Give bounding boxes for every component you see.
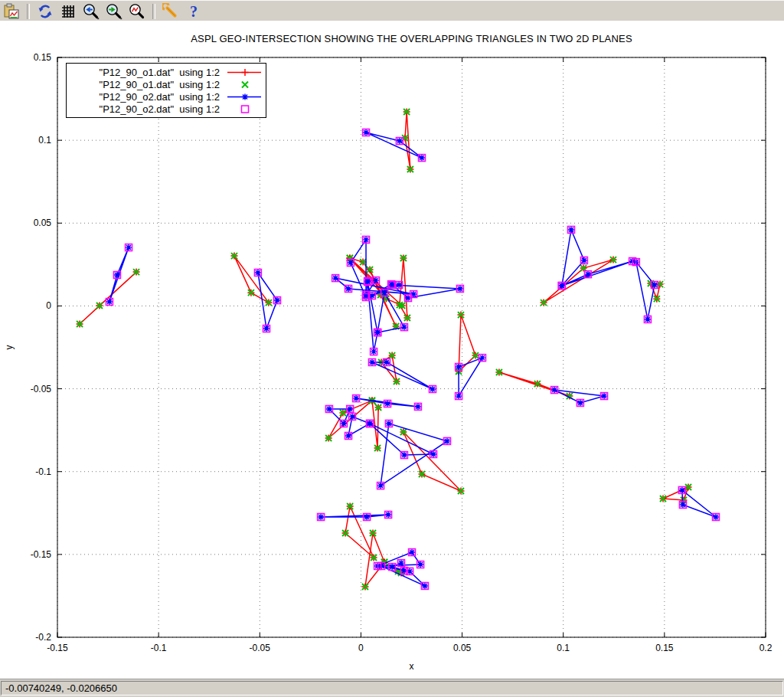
legend-label: "P12_90_o2.dat" using 1:2 [100,91,220,103]
legend-row: "P12_90_o2.dat" using 1:2 [67,103,263,115]
gnuplot-window: ? -0.15-0.1-0.0500.050.10.150.2-0.2-0.15… [0,0,784,697]
plot-canvas[interactable]: -0.15-0.1-0.0500.050.10.150.2-0.2-0.15-0… [0,21,784,679]
svg-text:0.2: 0.2 [760,643,773,653]
svg-text:-0.15: -0.15 [47,643,68,653]
toggle-grid-button[interactable] [57,2,79,21]
svg-text:0: 0 [358,643,364,653]
configure-button[interactable] [160,2,181,21]
grid-icon [60,3,77,20]
legend-sample-red-line-plus [224,67,263,78]
copy-to-clipboard-button[interactable] [1,2,22,21]
chart-title: ASPL GEO-INTERSECTION SHOWING THE OVERLA… [57,33,766,44]
series-P12_90_o2-dat [106,129,719,589]
refresh-icon [37,3,54,20]
svg-text:-0.2: -0.2 [35,632,51,643]
toolbar-separator [152,4,155,19]
question-mark-icon: ? [185,3,202,20]
legend-sample-magenta-square [224,103,263,115]
x-tick-labels: -0.15-0.1-0.0500.050.10.150.2 [47,643,772,653]
legend-row: "P12_90_o2.dat" using 1:2 [67,90,263,103]
svg-text:-0.15: -0.15 [31,549,52,560]
svg-text:0.05: 0.05 [34,218,52,228]
magnifier-next-icon [106,3,122,20]
magnifier-previous-icon [83,3,100,20]
magnifier-autoscale-icon [129,3,145,20]
svg-text:0.1: 0.1 [38,135,51,146]
legend-label: "P12_90_o1.dat" using 1:2 [100,79,220,90]
y-tick-labels: -0.2-0.15-0.1-0.0500.050.10.15 [31,52,52,643]
legend-row: "P12_90_o1.dat" using 1:2 [67,78,263,90]
status-bar: -0.00740249, -0.0206650 [0,679,784,697]
svg-text:-0.1: -0.1 [151,643,167,653]
svg-text:0.05: 0.05 [453,643,472,653]
svg-text:0.1: 0.1 [557,643,570,653]
zoom-next-button[interactable] [103,2,125,21]
toolbar: ? [0,0,784,22]
legend-label: "P12_90_o1.dat" using 1:2 [100,67,220,78]
svg-text:-0.1: -0.1 [35,466,51,477]
legend-label: "P12_90_o2.dat" using 1:2 [100,103,220,115]
legend-row: "P12_90_o1.dat" using 1:2 [67,66,263,78]
help-button[interactable]: ? [183,2,204,21]
mouse-coordinates: -0.00740249, -0.0206650 [1,681,783,695]
autoscale-button[interactable] [126,2,148,21]
legend: "P12_90_o1.dat" using 1:2 "P12_90_o1.dat… [66,63,266,118]
clipboard-icon [3,3,20,20]
zoom-previous-button[interactable] [80,2,102,21]
y-axis-label: y [4,345,15,350]
x-axis-label: x [410,661,414,672]
legend-sample-green-x [224,79,263,90]
svg-text:-0.05: -0.05 [250,643,271,653]
series-P12_90_o1-dat [77,108,692,590]
svg-text:0.15: 0.15 [34,52,52,63]
wrench-icon [162,3,179,20]
svg-text:0.15: 0.15 [655,643,674,653]
legend-sample-blue-line-asterisk [224,91,263,103]
svg-text:?: ? [190,3,198,20]
toolbar-separator [27,4,30,19]
replot-button[interactable] [34,2,56,21]
svg-text:-0.05: -0.05 [31,384,52,394]
svg-text:0: 0 [46,300,51,311]
plot-area: -0.15-0.1-0.0500.050.10.150.2-0.2-0.15-0… [0,21,784,679]
